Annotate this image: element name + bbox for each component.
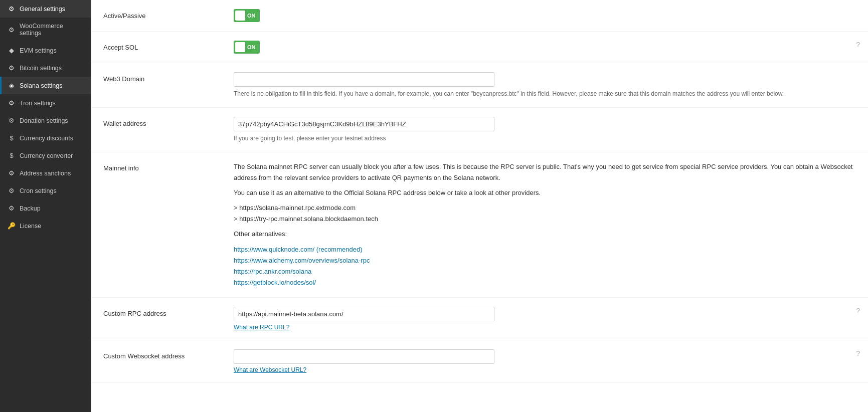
mainnet-info-p4: Other alternatives: [234,229,856,240]
sidebar-label-address-sanctions: Address sanctions [20,170,71,177]
link-custom-rpc[interactable]: What are RPC URL? [234,324,856,331]
sidebar-label-donation-settings: Donation settings [20,117,68,124]
link-custom-websocket[interactable]: What are Websocket URL? [234,366,856,373]
mainnet-info-p1: The Solana mainnet RPC server can usuall… [234,161,856,183]
settings-label-active-passive: Active/Passive [103,9,234,20]
settings-label-accept-sol: Accept SOL [103,41,234,51]
sidebar-icon-currency-discounts: $ [8,134,16,142]
sidebar-label-woocommerce-settings: WooCommerce settings [20,23,85,37]
sidebar-label-evm-settings: EVM settings [20,47,57,54]
help-icon-accept-sol[interactable]: ? [856,41,860,49]
mainnet-info-block: The Solana mainnet RPC server can usuall… [234,161,856,288]
settings-row-web3-domain: Web3 DomainThere is no obligation to fil… [91,63,868,108]
sidebar-icon-bitcoin-settings: ⚙ [8,64,16,72]
sidebar-icon-solana-settings: ◈ [8,82,16,89]
settings-row-custom-websocket: Custom Websocket addressWhat are Websock… [91,340,868,383]
mainnet-link-3[interactable]: https://getblock.io/nodes/sol/ [234,277,856,288]
sidebar-item-bitcoin-settings[interactable]: ⚙Bitcoin settings [0,59,91,77]
sidebar-label-cron-settings: Cron settings [20,187,57,194]
settings-control-accept-sol: ON [234,41,856,54]
toggle-label-accept-sol: ON [247,44,256,50]
sidebar-item-donation-settings[interactable]: ⚙Donation settings [0,112,91,129]
sidebar-icon-donation-settings: ⚙ [8,117,16,124]
sidebar-item-address-sanctions[interactable]: ⚙Address sanctions [0,164,91,182]
sidebar-item-currency-converter[interactable]: $Currency converter [0,147,91,164]
settings-control-custom-websocket: What are Websocket URL? [234,349,856,373]
settings-row-custom-rpc: Custom RPC addressWhat are RPC URL?? [91,298,868,340]
sidebar-item-solana-settings[interactable]: ◈Solana settings [0,77,91,94]
sidebar-icon-currency-converter: $ [8,152,16,159]
sidebar-label-license: License [20,223,41,230]
sidebar-label-currency-discounts: Currency discounts [20,135,73,142]
sidebar-item-woocommerce-settings[interactable]: ⚙WooCommerce settings [0,18,91,42]
sidebar-item-tron-settings[interactable]: ⚙Tron settings [0,94,91,112]
input-custom-websocket[interactable] [234,349,494,364]
sidebar-label-bitcoin-settings: Bitcoin settings [20,65,62,72]
settings-label-mainnet-info: Mainnet info [103,161,234,172]
settings-row-mainnet-info: Mainnet infoThe Solana mainnet RPC serve… [91,152,868,298]
hint-web3-domain: There is no obligation to fill in this f… [234,89,856,98]
sidebar-item-license[interactable]: 🔑License [0,217,91,235]
sidebar-item-currency-discounts[interactable]: $Currency discounts [0,129,91,147]
settings-label-custom-websocket: Custom Websocket address [103,349,234,360]
sidebar-icon-tron-settings: ⚙ [8,99,16,107]
mainnet-link-1[interactable]: https://www.alchemy.com/overviews/solana… [234,255,856,266]
main-content: Active/PassiveONAccept SOLON?Web3 Domain… [91,0,868,412]
settings-control-mainnet-info: The Solana mainnet RPC server can usuall… [234,161,856,288]
toggle-accept-sol[interactable]: ON [234,41,260,54]
sidebar-icon-backup: ⚙ [8,204,16,212]
settings-label-custom-rpc: Custom RPC address [103,307,234,317]
mainnet-info-p2: You can use it as an alternative to the … [234,187,856,198]
settings-row-active-passive: Active/PassiveON [91,0,868,32]
toggle-active-passive[interactable]: ON [234,9,260,22]
help-icon-custom-websocket[interactable]: ? [856,349,860,357]
settings-label-wallet-address: Wallet address [103,117,234,127]
sidebar-label-currency-converter: Currency converter [20,152,73,159]
settings-row-accept-sol: Accept SOLON? [91,32,868,63]
input-custom-rpc[interactable] [234,307,494,321]
input-wallet-address[interactable] [234,117,494,131]
sidebar-icon-cron-settings: ⚙ [8,187,16,194]
sidebar-item-general-settings[interactable]: ⚙General settings [0,0,91,18]
sidebar-label-solana-settings: Solana settings [20,82,62,89]
toggle-label-active-passive: ON [247,13,256,19]
toggle-knob-active-passive [235,11,245,21]
settings-control-custom-rpc: What are RPC URL? [234,307,856,331]
hint-wallet-address: If you are going to test, please enter y… [234,134,856,143]
sidebar-item-evm-settings[interactable]: ◆EVM settings [0,42,91,59]
settings-row-wallet-address: Wallet addressIf you are going to test, … [91,108,868,152]
mainnet-link-2[interactable]: https://rpc.ankr.com/solana [234,266,856,277]
toggle-knob-accept-sol [235,42,245,52]
settings-control-web3-domain: There is no obligation to fill in this f… [234,72,856,98]
input-web3-domain[interactable] [234,72,494,87]
sidebar-icon-address-sanctions: ⚙ [8,169,16,177]
mainnet-link-0[interactable]: https://www.quicknode.com/ (recommended) [234,244,856,255]
sidebar-icon-general-settings: ⚙ [8,5,16,13]
settings-control-wallet-address: If you are going to test, please enter y… [234,117,856,143]
sidebar-label-general-settings: General settings [20,6,65,13]
settings-label-web3-domain: Web3 Domain [103,72,234,83]
sidebar-item-backup[interactable]: ⚙Backup [0,199,91,217]
sidebar-icon-license: 🔑 [8,222,16,230]
sidebar-icon-evm-settings: ◆ [8,47,16,54]
sidebar-label-tron-settings: Tron settings [20,100,56,107]
sidebar-item-cron-settings[interactable]: ⚙Cron settings [0,182,91,199]
settings-control-active-passive: ON [234,9,856,22]
sidebar: ⚙General settings⚙WooCommerce settings◆E… [0,0,91,412]
help-icon-custom-rpc[interactable]: ? [856,307,860,315]
sidebar-label-backup: Backup [20,205,41,212]
mainnet-info-p3: > https://solana-mainnet.rpc.extrnode.co… [234,202,856,225]
sidebar-icon-woocommerce-settings: ⚙ [8,26,16,34]
